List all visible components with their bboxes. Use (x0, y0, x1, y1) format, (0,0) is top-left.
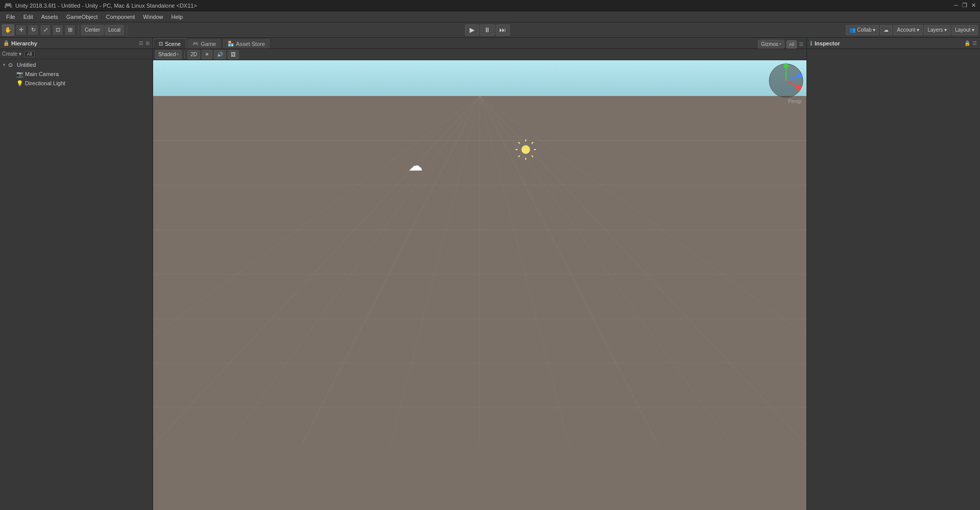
directional-light-label: Directional Light (25, 80, 65, 86)
hierarchy-content: ▼ ⊙ Untitled 📷 Main Camera 💡 Directional… (0, 59, 153, 510)
shading-arrow: ▾ (177, 52, 179, 57)
inspector-panel: ℹ Inspector 🔒 ☰ (806, 38, 980, 510)
hierarchy-toolbar: Create ▾ All (0, 49, 153, 59)
tool-scale[interactable]: ⤢ (40, 25, 51, 36)
svg-line-7 (153, 96, 480, 445)
scene-icon: ⊙ (8, 62, 15, 68)
account-label: Account ▾ (897, 27, 919, 33)
expand-arrow-untitled: ▼ (2, 63, 8, 67)
scene-gizmo: Z X Y (768, 63, 804, 99)
svg-point-18 (522, 145, 530, 154)
svg-text:Z: Z (798, 70, 801, 75)
shading-dropdown[interactable]: Shaded ▾ (155, 50, 182, 59)
scene-tab-label: Scene (165, 41, 181, 47)
audio-icon: 🔊 (217, 52, 223, 57)
scene-viewport[interactable]: ☁ Z X Y Pers (153, 60, 806, 510)
scene-root-item[interactable]: ▼ ⊙ Untitled (0, 60, 153, 69)
menu-edit[interactable]: Edit (19, 13, 37, 21)
camera-icon: 📷 (16, 71, 23, 78)
main-layout: 🔒 Hierarchy ☰ ⊞ Create ▾ All ▼ ⊙ Untitle… (0, 38, 980, 510)
inspector-header: ℹ Inspector 🔒 ☰ (807, 38, 980, 49)
svg-line-10 (480, 96, 658, 445)
svg-line-24 (532, 156, 533, 157)
layers-button[interactable]: Layers ▾ (924, 25, 950, 35)
tool-rect[interactable]: ⊡ (52, 25, 63, 36)
menu-file[interactable]: File (2, 13, 19, 21)
close-btn[interactable]: ✕ (971, 2, 976, 9)
minimize-btn[interactable]: ─ (954, 2, 958, 9)
scene-perspective-grid (153, 96, 806, 445)
svg-text:Y: Y (785, 63, 788, 66)
effects-icon: 🖼 (231, 52, 236, 57)
scene-view-toolbar: Shaded ▾ 2D ☀ 🔊 🖼 (153, 49, 806, 60)
hierarchy-main-camera[interactable]: 📷 Main Camera (0, 69, 153, 79)
gizmos-btn[interactable]: Gizmos ▾ (758, 40, 785, 48)
lighting-toggle[interactable]: ☀ (202, 50, 212, 59)
hierarchy-menu-icon[interactable]: ☰ (139, 40, 143, 46)
hierarchy-resize-icon[interactable]: ⊞ (145, 40, 150, 46)
game-tab-icon: 🎮 (192, 41, 199, 46)
layout-button[interactable]: Layout ▾ (951, 25, 978, 35)
layout-label: Layout ▾ (955, 27, 974, 33)
tool-rotate[interactable]: ↻ (28, 25, 39, 36)
asset-store-tab-icon: 🏪 (228, 41, 234, 46)
scene-name: Untitled (17, 62, 36, 68)
svg-line-14 (227, 96, 480, 445)
menu-assets[interactable]: Assets (37, 13, 62, 21)
pause-button[interactable]: ⏸ (480, 25, 495, 36)
persp-label: Persp (788, 99, 801, 104)
scene-all-tag[interactable]: All (787, 40, 797, 48)
tool-transform[interactable]: ⊞ (64, 25, 76, 36)
scene-panel-menu[interactable]: ☰ (799, 41, 803, 47)
pivot-local-btn[interactable]: Local (105, 25, 124, 35)
inspector-info-icon: ℹ (810, 40, 813, 47)
tool-hand[interactable]: ✋ (2, 25, 14, 36)
lighting-icon: ☀ (205, 52, 209, 57)
cloud-button[interactable]: ☁ (880, 25, 892, 35)
hierarchy-title: Hierarchy (11, 40, 37, 46)
scene-tabs-bar: ⊡ Scene 🎮 Game 🏪 Asset Store Gizmos ▾ (153, 38, 806, 49)
asset-store-tab-label: Asset Store (236, 41, 265, 47)
asset-store-tab[interactable]: 🏪 Asset Store (222, 38, 271, 48)
svg-line-23 (519, 142, 520, 144)
gizmos-dropdown-arrow: ▾ (779, 42, 781, 46)
cloud-icon: ☁ (884, 27, 889, 33)
cloud-icon: ☁ (408, 157, 423, 174)
audio-toggle[interactable]: 🔊 (214, 50, 226, 59)
svg-line-25 (532, 142, 533, 144)
collab-button[interactable]: 👥 Collab ▾ (846, 25, 879, 35)
play-button[interactable]: ▶ (465, 25, 479, 36)
account-button[interactable]: Account ▾ (893, 25, 923, 35)
hierarchy-header: 🔒 Hierarchy ☰ ⊞ (0, 38, 153, 49)
tool-move[interactable]: ✛ (15, 25, 27, 36)
tool-buttons: ✋ ✛ ↻ ⤢ ⊡ ⊞ (2, 25, 76, 36)
scene-tabs-right: Gizmos ▾ All ☰ (758, 40, 806, 48)
scene-sky (153, 60, 806, 96)
game-tab[interactable]: 🎮 Game (187, 38, 222, 48)
menu-bar: File Edit Assets GameObject Component Wi… (0, 11, 980, 22)
menu-gameobject[interactable]: GameObject (62, 13, 102, 21)
pivot-group: Center Local (81, 25, 124, 35)
light-icon: 💡 (16, 80, 23, 87)
hierarchy-filter-all[interactable]: All (24, 51, 35, 57)
pivot-center-btn[interactable]: Center (81, 25, 104, 35)
hierarchy-panel: 🔒 Hierarchy ☰ ⊞ Create ▾ All ▼ ⊙ Untitle… (0, 38, 153, 510)
restore-btn[interactable]: ❐ (962, 2, 967, 9)
step-button[interactable]: ⏭ (496, 25, 510, 36)
main-toolbar: ✋ ✛ ↻ ⤢ ⊡ ⊞ Center Local ▶ ⏸ ⏭ 👥 Collab … (0, 22, 980, 38)
menu-component[interactable]: Component (102, 13, 139, 21)
game-tab-label: Game (201, 41, 216, 47)
toolbar-sep-2 (127, 25, 127, 35)
collab-label: Collab ▾ (857, 27, 875, 33)
effects-toggle[interactable]: 🖼 (228, 50, 239, 59)
inspector-menu-icon[interactable]: ☰ (972, 40, 977, 46)
hierarchy-directional-light[interactable]: 💡 Directional Light (0, 79, 153, 88)
inspector-lock-icon[interactable]: 🔒 (964, 40, 970, 46)
2d-toggle[interactable]: 2D (187, 50, 200, 59)
scene-tab[interactable]: ⊡ Scene (153, 38, 186, 48)
hierarchy-create-btn[interactable]: Create ▾ (2, 51, 21, 57)
main-camera-label: Main Camera (25, 71, 59, 77)
menu-help[interactable]: Help (167, 13, 187, 21)
menu-window[interactable]: Window (139, 13, 167, 21)
hierarchy-header-icons: ☰ ⊞ (139, 40, 150, 46)
